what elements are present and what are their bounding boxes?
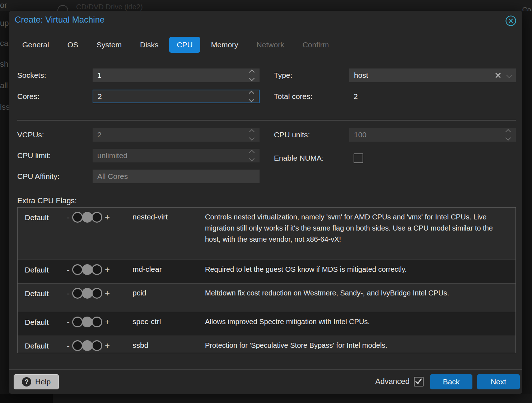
toggle-default-dot[interactable] xyxy=(82,288,93,299)
cores-label: Cores: xyxy=(17,92,93,101)
tab-general[interactable]: General xyxy=(15,37,57,53)
toggle-off-dot[interactable] xyxy=(72,288,83,299)
toggle-minus[interactable]: - xyxy=(67,289,70,298)
background-page-top: CD/DVD Drive (ide2) Co xyxy=(0,0,532,11)
spinner-up-icon xyxy=(249,129,255,135)
background-disc-icon xyxy=(57,5,68,11)
toggle-on-dot[interactable] xyxy=(92,212,102,223)
spinner-up-icon[interactable] xyxy=(249,70,255,75)
toggle-default-dot[interactable] xyxy=(82,264,93,275)
flag-description: Meltdown fix cost reduction on Westmere,… xyxy=(205,284,515,312)
section-divider xyxy=(17,120,516,120)
advanced-label: Advanced xyxy=(375,377,410,386)
flag-state-label: Default xyxy=(18,284,67,312)
background-left-fragment: all xyxy=(0,81,8,90)
sockets-label: Sockets: xyxy=(17,71,93,80)
toggle-off-dot[interactable] xyxy=(72,340,83,351)
toggle-off-dot[interactable] xyxy=(72,212,83,223)
type-select[interactable]: host xyxy=(349,68,516,82)
flag-toggle[interactable]: - + xyxy=(67,212,132,223)
flag-state-label: Default xyxy=(18,260,67,283)
background-left-fragment: ca xyxy=(0,39,8,48)
cpu-units-input: 100 xyxy=(349,128,516,142)
spinner-down-icon[interactable] xyxy=(249,97,255,103)
tab-memory[interactable]: Memory xyxy=(204,37,246,53)
extra-cpu-flags-label: Extra CPU Flags: xyxy=(17,196,77,205)
flag-toggle[interactable]: - + xyxy=(67,340,132,351)
cpu-limit-spinner xyxy=(250,151,255,161)
cpu-units-label: CPU units: xyxy=(274,131,349,139)
toggle-on-dot[interactable] xyxy=(92,264,102,275)
sockets-spinner[interactable] xyxy=(250,70,255,80)
flag-description: Required to let the guest OS know if MDS… xyxy=(205,260,515,283)
close-icon xyxy=(505,23,517,28)
toggle-minus[interactable]: - xyxy=(67,265,70,274)
total-cores-label: Total cores: xyxy=(274,92,349,101)
dialog-footer: Help Advanced Back Next xyxy=(9,369,522,394)
dialog-tabs: General OS System Disks CPU Memory Netwo… xyxy=(15,37,340,53)
toggle-default-dot[interactable] xyxy=(82,340,93,351)
toggle-plus[interactable]: + xyxy=(105,213,110,222)
tab-cpu[interactable]: CPU xyxy=(169,37,200,53)
spinner-up-icon[interactable] xyxy=(249,91,255,96)
flag-name: ssbd xyxy=(132,336,205,353)
dialog-title: Create: Virtual Machine xyxy=(15,15,104,25)
tab-system[interactable]: System xyxy=(89,37,129,53)
tab-disks[interactable]: Disks xyxy=(132,37,166,53)
enable-numa-checkbox[interactable] xyxy=(354,153,363,163)
flag-row-pcid: Default - + pcid Meltdown fix cost reduc… xyxy=(18,284,515,312)
background-right-fragment: Co xyxy=(522,6,531,11)
background-left-fragment: iss xyxy=(0,103,10,112)
advanced-checkbox[interactable] xyxy=(414,377,424,387)
toggle-plus[interactable]: + xyxy=(105,289,110,298)
help-icon xyxy=(22,377,31,387)
cores-spinner[interactable] xyxy=(249,91,255,101)
flag-row-spec-ctrl: Default - + spec-ctrl Allows improved Sp… xyxy=(18,312,515,336)
flag-name: pcid xyxy=(132,284,205,312)
sockets-input[interactable]: 1 xyxy=(93,68,260,82)
toggle-minus[interactable]: - xyxy=(67,318,70,326)
vcpus-input: 2 xyxy=(93,128,260,142)
next-button[interactable]: Next xyxy=(477,374,520,389)
toggle-default-dot[interactable] xyxy=(82,317,93,327)
flag-toggle[interactable]: - + xyxy=(67,264,132,275)
vcpus-spinner xyxy=(250,130,255,140)
background-left-fragment: sh xyxy=(0,60,8,69)
cpu-limit-label: CPU limit: xyxy=(17,151,93,160)
flag-state-label: Default xyxy=(18,312,67,336)
toggle-on-dot[interactable] xyxy=(92,340,102,351)
tab-os[interactable]: OS xyxy=(60,37,86,53)
back-button[interactable]: Back xyxy=(430,374,472,389)
cpu-units-spinner xyxy=(506,130,511,140)
toggle-plus[interactable]: + xyxy=(105,318,110,326)
flag-toggle[interactable]: - + xyxy=(67,288,132,299)
toggle-on-dot[interactable] xyxy=(92,288,102,299)
background-row-text: CD/DVD Drive (ide2) xyxy=(76,3,143,11)
spinner-down-icon[interactable] xyxy=(249,76,255,81)
toggle-minus[interactable]: - xyxy=(67,341,70,350)
toggle-minus[interactable]: - xyxy=(67,213,70,222)
flag-toggle[interactable]: - + xyxy=(67,317,132,327)
flag-description: Controls nested virtualization, namely '… xyxy=(205,208,515,260)
help-button[interactable]: Help xyxy=(14,374,59,389)
cpu-flags-table: Default - + nested-virt Controls nested … xyxy=(17,207,516,353)
flag-name: md-clear xyxy=(132,260,205,283)
cpu-affinity-input[interactable]: All Cores xyxy=(93,170,260,183)
cores-input[interactable]: 2 xyxy=(93,90,260,103)
toggle-plus[interactable]: + xyxy=(105,341,110,350)
cpu-affinity-label: CPU Affinity: xyxy=(17,172,93,181)
type-label: Type: xyxy=(274,71,349,80)
chevron-down-icon[interactable] xyxy=(507,72,512,78)
toggle-default-dot[interactable] xyxy=(82,212,93,223)
toggle-off-dot[interactable] xyxy=(72,264,83,275)
toggle-on-dot[interactable] xyxy=(92,317,102,327)
flag-description: Allows improved Spectre mitigation with … xyxy=(205,312,515,336)
toggle-plus[interactable]: + xyxy=(105,265,110,274)
close-button[interactable] xyxy=(505,15,517,27)
flag-row-ssbd: Default - + ssbd Protection for 'Specula… xyxy=(18,336,515,353)
toggle-off-dot[interactable] xyxy=(72,317,83,327)
clear-icon[interactable] xyxy=(494,72,501,79)
enable-numa-label: Enable NUMA: xyxy=(274,154,349,162)
tab-network: Network xyxy=(249,37,292,53)
spinner-down-icon xyxy=(249,156,255,162)
